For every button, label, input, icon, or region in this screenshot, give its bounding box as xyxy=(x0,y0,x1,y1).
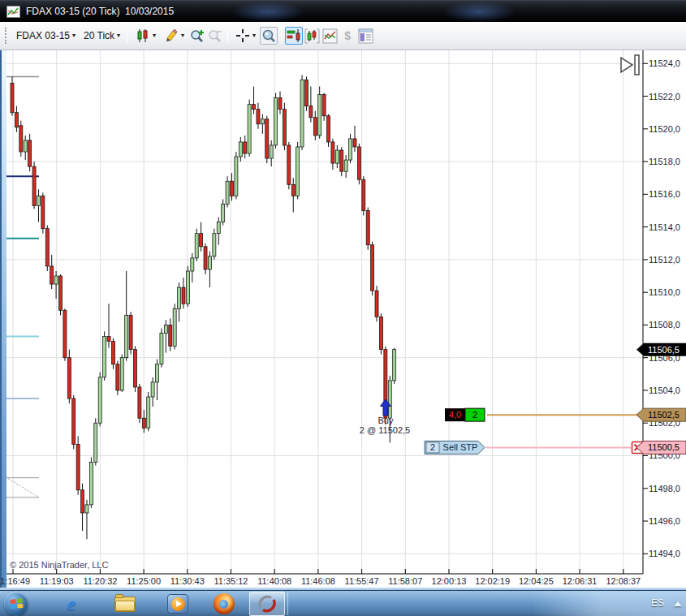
candlestick xyxy=(366,210,369,244)
price-chart[interactable]: 11524,011522,011520,011518,011516,011514… xyxy=(0,50,686,590)
candlestick xyxy=(274,98,278,145)
price-tick-label: 11494,0 xyxy=(649,549,680,558)
price-tick-label: 11512,0 xyxy=(649,255,680,265)
candlestick xyxy=(41,196,45,228)
execution-label: Buy xyxy=(378,416,394,425)
candlestick xyxy=(353,139,356,147)
price-tick-label: 11516,0 xyxy=(649,189,680,199)
toolbar-separator xyxy=(227,28,228,44)
zoom-region-button[interactable] xyxy=(260,27,278,45)
chart-style-button[interactable]: ▾ xyxy=(132,27,160,45)
drawing-tools-button[interactable]: ▾ xyxy=(160,27,188,45)
chart-trader-button[interactable] xyxy=(285,27,303,45)
candlestick xyxy=(32,166,36,205)
candlestick xyxy=(45,229,49,266)
time-tick-label: 11:30:43 xyxy=(170,576,205,586)
candlestick xyxy=(116,364,119,390)
window-title: FDAX 03-15 (20 Tick) 10/03/2015 xyxy=(26,6,174,17)
candlestick xyxy=(169,325,172,346)
indicators-button[interactable] xyxy=(321,27,339,45)
folder-icon xyxy=(114,597,136,612)
candlestick xyxy=(147,397,150,428)
ninjatrader-chart-window: FDAX 03-15 (20 Tick) 10/03/2015 FDAX 03-… xyxy=(0,0,686,616)
candlestick xyxy=(72,398,76,444)
candlestick xyxy=(261,119,264,124)
interval-selector[interactable]: 20 Tick ▾ xyxy=(80,27,124,45)
title-bar[interactable]: FDAX 03-15 (20 Tick) 10/03/2015 xyxy=(0,0,686,22)
time-tick-label: 12:08:37 xyxy=(606,576,641,586)
interval-label: 20 Tick xyxy=(84,30,114,41)
firefox-icon xyxy=(214,593,235,614)
candlestick xyxy=(309,106,313,118)
candlestick xyxy=(54,276,58,284)
candlestick xyxy=(195,234,198,258)
candlestick xyxy=(120,358,123,390)
time-axis: 11:16:4911:19:0311:20:3211:25:0011:30:43… xyxy=(0,569,641,586)
zoom-in-icon xyxy=(190,28,205,44)
candlestick xyxy=(186,271,189,304)
taskbar-item-windows-explorer[interactable] xyxy=(114,593,136,614)
position-entry-line[interactable]: 4,0 2 xyxy=(445,408,643,421)
price-axis: 11524,011522,011520,011518,011516,011514… xyxy=(643,58,680,558)
candlestick xyxy=(304,80,308,106)
start-button[interactable] xyxy=(4,592,28,616)
candlestick xyxy=(67,358,71,398)
candlestick xyxy=(50,266,54,284)
language-indicator[interactable]: ES xyxy=(651,597,664,609)
show-hidden-icons-caret[interactable] xyxy=(674,601,682,606)
stop-order-line[interactable]: 2 Sell STP xyxy=(425,441,643,454)
candlestick xyxy=(204,247,207,269)
candlestick xyxy=(388,381,391,418)
candlestick xyxy=(151,382,154,397)
candlestick xyxy=(283,110,286,145)
taskbar-item-media-player[interactable] xyxy=(166,593,189,614)
candlestick xyxy=(173,308,176,346)
cursor-mode-button[interactable]: ▾ xyxy=(231,27,260,45)
candlestick xyxy=(138,387,141,418)
candlestick xyxy=(226,181,229,204)
taskbar-item-firefox[interactable] xyxy=(213,593,235,614)
candlestick xyxy=(191,258,194,271)
toolbar-separator xyxy=(127,28,128,44)
price-tick-label: 11504,0 xyxy=(649,386,680,395)
chart-trader-icon xyxy=(287,28,301,43)
account-performance-button[interactable]: $ xyxy=(339,27,356,45)
candlestick xyxy=(318,95,321,136)
candlestick xyxy=(393,350,396,381)
candlestick xyxy=(349,139,352,160)
taskbar-item-ninjatrader[interactable] xyxy=(256,593,278,614)
time-tick-label: 11:55:47 xyxy=(345,576,379,586)
candlestick xyxy=(133,350,136,387)
toolbar-grip[interactable] xyxy=(5,28,9,44)
data-series-button[interactable] xyxy=(303,27,321,45)
instrument-selector[interactable]: FDAX 03-15 ▾ xyxy=(12,27,80,45)
candlestick xyxy=(125,315,128,357)
candlestick xyxy=(200,234,203,247)
zoom-in-button[interactable] xyxy=(188,27,206,45)
internet-explorer-icon: e xyxy=(67,593,76,615)
candlestick xyxy=(287,145,291,184)
candlestick xyxy=(94,423,97,462)
candlestick xyxy=(296,147,300,196)
properties-button[interactable] xyxy=(356,27,374,45)
candlestick xyxy=(322,95,326,116)
chart-toolbar: FDAX 03-15 ▾ 20 Tick ▾ ▾ ▾ xyxy=(0,22,686,50)
taskbar-item-internet-explorer[interactable]: e xyxy=(60,593,83,614)
stop-qty-value: 2 xyxy=(430,442,435,452)
candlestick xyxy=(344,160,347,171)
candlestick xyxy=(59,276,63,310)
execution-detail: 2 @ 11502,5 xyxy=(360,425,410,435)
time-tick-label: 12:02:19 xyxy=(475,576,510,586)
zoom-out-button[interactable] xyxy=(206,27,224,45)
chart-panel[interactable]: 11524,011522,011520,011518,011516,011514… xyxy=(0,50,686,590)
time-tick-label: 11:16:49 xyxy=(0,576,30,586)
crosshair-icon xyxy=(235,28,250,43)
candlestick xyxy=(76,444,80,489)
dollar-icon: $ xyxy=(344,29,351,42)
time-tick-label: 12:04:25 xyxy=(519,576,554,586)
candlestick xyxy=(217,222,220,234)
candlestick xyxy=(340,150,343,171)
windows-taskbar: e ES xyxy=(0,590,686,616)
candlestick xyxy=(270,145,273,158)
stop-order-type-label: Sell STP xyxy=(443,442,478,452)
